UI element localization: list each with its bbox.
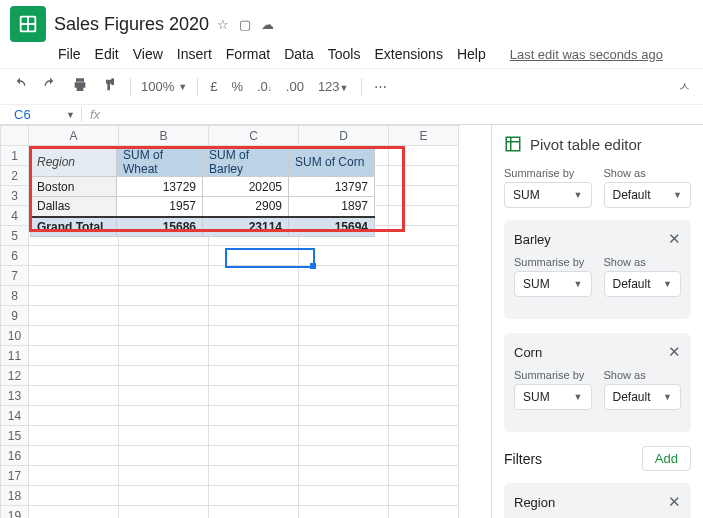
cell[interactable] [119,286,209,306]
cell[interactable] [29,266,119,286]
cell[interactable] [209,446,299,466]
cell[interactable] [389,406,459,426]
cell[interactable] [389,466,459,486]
cell[interactable] [119,446,209,466]
row-header[interactable]: 5 [1,226,29,246]
cell[interactable] [209,266,299,286]
cell[interactable] [119,506,209,519]
pivot-cell[interactable]: 2909 [203,197,289,217]
menu-file[interactable]: File [58,46,81,62]
pivot-total-cell[interactable]: 15686 [117,217,203,237]
pivot-cell[interactable]: 20205 [203,177,289,197]
cell[interactable] [119,306,209,326]
cell[interactable] [209,486,299,506]
pivot-cell[interactable]: 1897 [289,197,375,217]
menu-view[interactable]: View [133,46,163,62]
cell[interactable] [299,466,389,486]
cell[interactable] [29,366,119,386]
zoom-select[interactable]: 100% ▼ [141,79,187,94]
star-icon[interactable]: ☆ [217,17,229,32]
cell[interactable] [119,426,209,446]
dec-increase-btn[interactable]: .00 [284,77,306,96]
cell[interactable] [389,486,459,506]
cell[interactable] [209,306,299,326]
pivot-cell[interactable]: Boston [31,177,117,197]
pivot-col-header[interactable]: Region [31,148,117,177]
menu-help[interactable]: Help [457,46,486,62]
cell[interactable] [389,326,459,346]
pivot-col-header[interactable]: SUM of Corn [289,148,375,177]
collapse-toolbar-icon[interactable]: ㅅ [676,76,693,98]
cell[interactable] [299,326,389,346]
cell[interactable] [29,326,119,346]
cell[interactable] [209,346,299,366]
cell[interactable] [209,366,299,386]
showas-select[interactable]: Default▼ [604,271,682,297]
cell[interactable] [299,406,389,426]
cell[interactable] [299,366,389,386]
showas-select[interactable]: Default▼ [604,384,682,410]
pivot-total-cell[interactable]: Grand Total [31,217,117,237]
col-header[interactable]: B [119,126,209,146]
close-icon[interactable]: ✕ [668,493,681,511]
menu-tools[interactable]: Tools [328,46,361,62]
row-header[interactable]: 12 [1,366,29,386]
cell[interactable] [389,386,459,406]
cell[interactable] [209,326,299,346]
name-box[interactable]: C6 [10,107,60,122]
percent-btn[interactable]: % [229,77,245,96]
dec-decrease-btn[interactable]: .0↓ [255,77,274,96]
cell[interactable] [119,346,209,366]
row-header[interactable]: 7 [1,266,29,286]
cell[interactable] [29,246,119,266]
col-header[interactable]: D [299,126,389,146]
row-header[interactable]: 17 [1,466,29,486]
cell[interactable] [29,506,119,519]
menu-edit[interactable]: Edit [95,46,119,62]
cell[interactable] [299,486,389,506]
cell[interactable] [119,326,209,346]
row-header[interactable]: 2 [1,166,29,186]
cell[interactable] [119,366,209,386]
cell[interactable] [29,286,119,306]
cloud-icon[interactable]: ☁ [261,17,274,32]
cell[interactable] [29,406,119,426]
menu-data[interactable]: Data [284,46,314,62]
col-header[interactable]: C [209,126,299,146]
cell[interactable] [29,386,119,406]
row-header[interactable]: 19 [1,506,29,519]
cell[interactable] [299,426,389,446]
cell[interactable] [119,266,209,286]
cell[interactable] [389,166,459,186]
menu-insert[interactable]: Insert [177,46,212,62]
cell[interactable] [119,246,209,266]
redo-icon[interactable] [40,75,60,98]
row-header[interactable]: 6 [1,246,29,266]
cell[interactable] [29,466,119,486]
cell[interactable] [29,486,119,506]
cell[interactable] [389,146,459,166]
print-icon[interactable] [70,75,90,98]
showas-select[interactable]: Default▼ [604,182,692,208]
cell[interactable] [389,246,459,266]
select-all-corner[interactable] [1,126,29,146]
undo-icon[interactable] [10,75,30,98]
row-header[interactable]: 4 [1,206,29,226]
cell[interactable] [29,426,119,446]
row-header[interactable]: 1 [1,146,29,166]
summarise-select[interactable]: SUM▼ [504,182,592,208]
row-header[interactable]: 16 [1,446,29,466]
pivot-total-cell[interactable]: 23114 [203,217,289,237]
cell[interactable] [209,286,299,306]
currency-btn[interactable]: £ [208,77,219,96]
cell[interactable] [119,406,209,426]
cell[interactable] [389,306,459,326]
more-icon[interactable]: ⋯ [372,77,389,96]
row-header[interactable]: 10 [1,326,29,346]
cell[interactable] [389,226,459,246]
sheet-area[interactable]: A B C D E 123456789101112131415161718192… [0,125,491,518]
cell[interactable] [389,206,459,226]
cell[interactable] [299,346,389,366]
cell[interactable] [209,426,299,446]
cell[interactable] [119,486,209,506]
